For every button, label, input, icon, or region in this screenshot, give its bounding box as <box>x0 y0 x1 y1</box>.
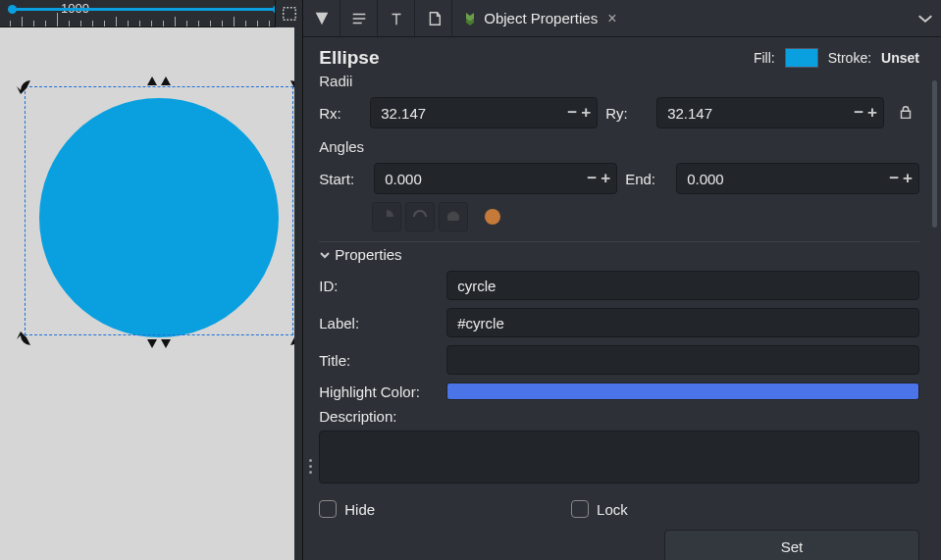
ry-label: Ry: <box>605 105 649 122</box>
circle-icon <box>485 209 500 225</box>
rx-plus-icon[interactable]: + <box>581 103 591 123</box>
hide-checkbox[interactable]: Hide <box>319 500 375 518</box>
tab-label: Object Properties <box>484 10 598 26</box>
start-minus-icon[interactable]: − <box>587 169 597 188</box>
properties-collapser[interactable]: Properties <box>319 246 919 263</box>
arc-chord-button[interactable] <box>439 202 468 231</box>
start-angle-input[interactable]: −+ <box>374 163 617 194</box>
object-properties-panel: Object Properties × Ellipse Fill: Stroke… <box>302 0 941 560</box>
properties-section-label: Properties <box>335 246 401 263</box>
scrollbar-thumb[interactable] <box>932 80 937 228</box>
object-type-title: Ellipse <box>319 47 379 69</box>
tab-object-properties[interactable]: Object Properties × <box>452 0 630 36</box>
set-button[interactable]: Set <box>664 530 919 560</box>
arc-open-button[interactable] <box>405 202 435 231</box>
svg-rect-0 <box>283 8 295 21</box>
stroke-label: Stroke: <box>828 50 871 66</box>
end-angle-input[interactable]: −+ <box>676 163 919 194</box>
rotate-handle-sw[interactable] <box>15 330 34 349</box>
whole-ellipse-button[interactable] <box>472 202 501 231</box>
rx-input[interactable]: −+ <box>370 97 598 128</box>
object-properties-icon <box>462 11 478 26</box>
panel-collapse-button[interactable] <box>910 0 941 36</box>
tab-text[interactable] <box>378 0 415 36</box>
ruler-ticks <box>10 0 275 26</box>
stroke-value[interactable]: Unset <box>881 50 919 66</box>
ruler-row: 1000 <box>0 0 302 27</box>
end-plus-icon[interactable]: + <box>903 169 913 188</box>
rx-field[interactable] <box>381 105 567 122</box>
start-plus-icon[interactable]: + <box>601 169 610 188</box>
highlight-color-swatch[interactable] <box>446 382 919 400</box>
description-label: Description: <box>319 408 919 425</box>
lock-checkbox[interactable]: Lock <box>571 500 628 518</box>
panel-body: Ellipse Fill: Stroke: Unset Radii Rx: −+… <box>303 37 941 560</box>
tab-fill-stroke[interactable] <box>303 0 340 36</box>
end-angle-label: End: <box>625 171 668 187</box>
checkbox-icon <box>571 500 589 518</box>
label-label: Label: <box>319 315 437 331</box>
hide-label: Hide <box>344 501 375 518</box>
ry-field[interactable] <box>667 105 854 122</box>
highlight-color-label: Highlight Color: <box>319 383 437 400</box>
canvas-area[interactable] <box>0 27 302 560</box>
close-tab-icon[interactable]: × <box>603 10 620 27</box>
checkbox-icon <box>319 500 337 518</box>
ry-minus-icon[interactable]: − <box>854 103 863 123</box>
ruler-menu-button[interactable] <box>275 0 302 27</box>
title-label: Title: <box>319 352 437 369</box>
rotate-handle-nw[interactable] <box>15 76 34 96</box>
ry-plus-icon[interactable]: + <box>867 103 877 123</box>
id-input[interactable] <box>446 271 919 300</box>
arc-slice-button[interactable] <box>372 202 401 231</box>
separator <box>319 241 919 242</box>
skew-handle-bottom[interactable] <box>147 339 171 357</box>
skew-handle-top[interactable] <box>147 76 171 94</box>
end-minus-icon[interactable]: − <box>889 169 899 188</box>
horizontal-ruler[interactable]: 1000 <box>0 0 275 27</box>
lock-ratio-button[interactable] <box>892 99 919 127</box>
fill-label: Fill: <box>754 50 775 66</box>
id-label: ID: <box>319 278 437 294</box>
lock-label: Lock <box>597 501 628 518</box>
label-input[interactable] <box>446 308 919 337</box>
description-textarea[interactable] <box>319 431 919 484</box>
tab-xml[interactable] <box>415 0 452 36</box>
start-angle-field[interactable] <box>385 171 587 187</box>
chevron-down-icon <box>319 249 331 261</box>
start-angle-label: Start: <box>319 171 366 187</box>
title-input[interactable] <box>446 345 919 375</box>
drag-handle-icon[interactable] <box>303 459 317 474</box>
canvas-right-gutter <box>294 27 302 560</box>
rx-minus-icon[interactable]: − <box>567 103 577 123</box>
panel-tabbar: Object Properties × <box>303 0 941 37</box>
end-angle-field[interactable] <box>687 171 889 187</box>
selection-box <box>25 86 293 335</box>
fill-swatch[interactable] <box>785 48 818 68</box>
tab-align[interactable] <box>340 0 378 36</box>
radii-section-label: Radii <box>319 73 919 89</box>
angles-section-label: Angles <box>319 138 919 155</box>
canvas-column: 1000 <box>0 0 302 560</box>
rx-label: Rx: <box>319 105 362 122</box>
ry-input[interactable]: −+ <box>656 97 884 128</box>
